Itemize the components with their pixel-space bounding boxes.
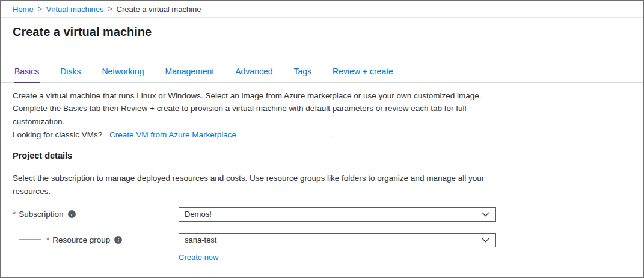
subscription-control: Demos!: [179, 207, 496, 222]
chevron-down-icon: [482, 238, 489, 243]
breadcrumb-current: Create a virtual machine: [117, 5, 201, 14]
tab-networking[interactable]: Networking: [101, 63, 144, 83]
classic-vm-line: Looking for classic VMs? Create VM from …: [13, 128, 631, 141]
breadcrumb-separator: >: [108, 5, 112, 13]
classic-vm-suffix: .: [330, 130, 333, 139]
breadcrumb-home[interactable]: Home: [13, 5, 34, 14]
chevron-down-icon: [482, 212, 489, 217]
intro-text: Create a virtual machine that runs Linux…: [1, 83, 643, 141]
tab-disks[interactable]: Disks: [60, 63, 81, 83]
intro-line-2: Complete the Basics tab then Review + cr…: [13, 102, 498, 128]
required-marker: *: [46, 235, 49, 244]
resource-group-label: Resource group: [52, 235, 110, 244]
page-title: Create a virtual machine: [1, 18, 643, 41]
info-icon[interactable]: i: [68, 210, 76, 218]
resource-group-row: * Resource group i sana-test: [13, 233, 631, 247]
breadcrumb-virtual-machines[interactable]: Virtual machines: [46, 5, 104, 14]
tab-basics[interactable]: Basics: [14, 63, 40, 83]
subscription-dropdown[interactable]: Demos!: [179, 207, 496, 222]
tab-tags[interactable]: Tags: [293, 63, 313, 83]
info-icon[interactable]: i: [114, 236, 122, 244]
resource-group-label-group: * Resource group i: [13, 235, 179, 244]
breadcrumb-separator: >: [38, 5, 42, 13]
project-details-description: Select the subscription to manage deploy…: [13, 172, 501, 198]
project-details-heading: Project details: [13, 151, 631, 166]
create-vm-page: Home > Virtual machines > Create a virtu…: [0, 0, 644, 278]
breadcrumb: Home > Virtual machines > Create a virtu…: [1, 1, 643, 18]
resource-group-control: sana-test: [179, 233, 496, 247]
subscription-row: * Subscription i Demos!: [13, 207, 631, 222]
required-marker: *: [13, 210, 16, 219]
tab-bar: Basics Disks Networking Management Advan…: [1, 63, 643, 83]
create-new-row: Create new: [13, 252, 631, 262]
tab-advanced[interactable]: Advanced: [235, 63, 273, 83]
subscription-value: Demos!: [185, 210, 212, 219]
classic-vm-prefix: Looking for classic VMs?: [13, 130, 102, 139]
subscription-label: Subscription: [19, 210, 63, 219]
tab-management[interactable]: Management: [165, 63, 215, 83]
subscription-label-group: * Subscription i: [13, 210, 179, 219]
resource-group-dropdown[interactable]: sana-test: [179, 233, 496, 247]
tab-review-create[interactable]: Review + create: [332, 63, 394, 83]
resource-group-value: sana-test: [185, 235, 216, 244]
create-new-resource-group-link[interactable]: Create new: [179, 253, 218, 262]
intro-line-1: Create a virtual machine that runs Linux…: [13, 89, 498, 102]
create-vm-marketplace-link[interactable]: Create VM from Azure Marketplace: [109, 130, 236, 139]
project-details-form: * Subscription i Demos! * Resource group…: [13, 207, 631, 262]
